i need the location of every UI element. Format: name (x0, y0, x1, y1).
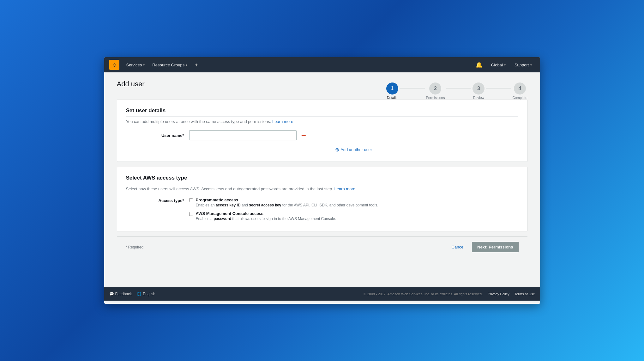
support-nav[interactable]: Support ▾ (511, 61, 535, 69)
step-connector-1-2 (400, 88, 425, 89)
console-access-desc: Enables a password that allows users to … (196, 217, 336, 221)
resource-groups-nav[interactable]: Resource Groups ▾ (149, 61, 190, 69)
required-note: * Required (126, 245, 144, 249)
programmatic-access-desc: Enables an access key ID and secret acce… (196, 203, 378, 207)
add-another-user-row: ⊕ Add another user (189, 145, 518, 154)
resource-groups-chevron-icon: ▾ (186, 63, 187, 67)
global-chevron-icon: ▾ (504, 63, 506, 67)
copyright-text: © 2008 - 2017, Amazon Web Services, Inc.… (364, 292, 483, 296)
programmatic-access-option: Programmatic access Enables an access ke… (189, 198, 378, 207)
step-2: 2 Permissions (426, 83, 445, 100)
step-3-circle: 3 (472, 83, 485, 95)
nav-left: ⬡ Services ▾ Resource Groups ▾ ✦ (109, 60, 201, 70)
set-user-details-title: Set user details (126, 107, 518, 117)
step-connector-3-4 (486, 88, 511, 89)
username-label: User name* (126, 133, 189, 138)
feedback-button[interactable]: 💬 Feedback (109, 292, 132, 296)
footer-actions: Cancel Next: Permissions (448, 242, 519, 252)
bottom-bar: 💬 Feedback 🌐 English © 2008 - 2017, Amaz… (104, 287, 540, 301)
stepper: 1 Details 2 Permissions 3 Review (386, 80, 527, 100)
step-4: 4 Complete (512, 83, 527, 100)
privacy-policy-link[interactable]: Privacy Policy (488, 292, 509, 296)
language-button[interactable]: 🌐 English (137, 292, 155, 296)
svg-text:⬡: ⬡ (113, 63, 116, 67)
pin-icon[interactable]: ✦ (192, 61, 201, 69)
console-access-option: AWS Management Console access Enables a … (189, 211, 378, 221)
console-access-checkbox[interactable] (189, 212, 193, 216)
terms-of-use-link[interactable]: Terms of Use (515, 292, 535, 296)
set-user-details-learn-more-link[interactable]: Learn more (272, 119, 293, 124)
language-globe-icon: 🌐 (137, 292, 141, 296)
access-options-container: Programmatic access Enables an access ke… (189, 198, 378, 221)
step-2-circle: 2 (429, 83, 441, 95)
add-user-plus-icon: ⊕ (335, 147, 339, 153)
console-access-title: AWS Management Console access (196, 211, 336, 216)
services-chevron-icon: ▾ (143, 63, 145, 67)
access-type-title: Select AWS access type (126, 175, 518, 184)
step-3-label: Review (473, 96, 484, 100)
username-input[interactable] (189, 130, 297, 140)
step-1: 1 Details (386, 83, 398, 100)
step-connector-2-3 (446, 88, 471, 89)
cancel-button[interactable]: Cancel (448, 243, 468, 251)
main-content: Add user 1 Details 2 Permissions (104, 72, 540, 287)
programmatic-access-title: Programmatic access (196, 198, 378, 202)
arrow-indicator-icon: ← (300, 131, 307, 139)
access-type-options-row: Access type* Programmatic access Enables… (126, 198, 518, 221)
form-footer: * Required Cancel Next: Permissions (117, 236, 527, 257)
step-1-circle: 1 (386, 83, 398, 95)
access-type-label: Access type* (126, 198, 189, 203)
username-row: User name* ← (126, 130, 518, 140)
step-4-label: Complete (512, 96, 527, 100)
step-2-label: Permissions (426, 96, 445, 100)
notifications-bell-icon[interactable]: 🔔 (473, 60, 485, 70)
aws-logo: ⬡ (109, 60, 119, 70)
next-permissions-button[interactable]: Next: Permissions (472, 242, 518, 252)
access-type-description: Select how these users will access AWS. … (126, 187, 518, 191)
select-access-type-card: Select AWS access type Select how these … (117, 167, 527, 231)
global-nav[interactable]: Global ▾ (488, 61, 509, 69)
step-3: 3 Review (472, 83, 485, 100)
access-type-learn-more-link[interactable]: Learn more (334, 187, 355, 191)
set-user-details-card: Set user details You can add multiple us… (117, 100, 527, 162)
support-chevron-icon: ▾ (530, 63, 532, 67)
page-title: Add user (117, 80, 386, 88)
feedback-icon: 💬 (109, 292, 114, 296)
bottom-bar-right: © 2008 - 2017, Amazon Web Services, Inc.… (364, 292, 535, 296)
step-1-label: Details (387, 96, 398, 100)
programmatic-access-checkbox[interactable] (189, 198, 193, 202)
top-navigation: ⬡ Services ▾ Resource Groups ▾ ✦ 🔔 Globa… (104, 57, 540, 72)
set-user-details-description: You can add multiple users at once with … (126, 119, 518, 124)
add-another-user-button[interactable]: ⊕ Add another user (335, 145, 372, 154)
services-nav[interactable]: Services ▾ (123, 61, 148, 69)
step-4-circle: 4 (514, 83, 526, 95)
bottom-bar-left: 💬 Feedback 🌐 English (109, 292, 155, 296)
nav-right: 🔔 Global ▾ Support ▾ (473, 60, 535, 70)
